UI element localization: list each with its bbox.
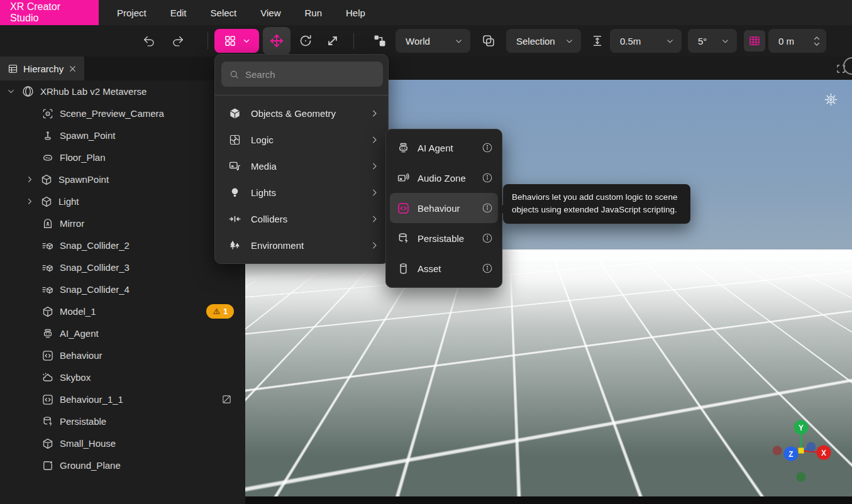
- tree-item[interactable]: Snap_Collider_3: [0, 256, 245, 278]
- submenu-ai-agent[interactable]: AI Agent: [390, 133, 498, 163]
- category-objects-geometry[interactable]: Objects & Geometry: [215, 100, 388, 126]
- chevron-right-icon[interactable]: [25, 197, 35, 206]
- cylinder-icon: [396, 262, 410, 275]
- category-list: Objects & Geometry Logic Media Lights Co: [215, 100, 388, 258]
- tree-item[interactable]: Scene_Preview_Camera: [0, 102, 245, 124]
- tree-item[interactable]: Ground_Plane: [0, 454, 245, 476]
- info-icon[interactable]: [482, 142, 493, 153]
- warning-count: 1: [223, 307, 228, 316]
- chevron-down-icon[interactable]: [6, 87, 16, 96]
- height-value-stepper[interactable]: 0 m: [768, 29, 826, 53]
- space-dropdown[interactable]: World: [396, 29, 470, 53]
- search-input[interactable]: [245, 69, 375, 80]
- tree-item-behaviour-1-1[interactable]: Behaviour_1_1: [0, 388, 245, 410]
- snap-collider-icon: [41, 239, 54, 252]
- tree-item[interactable]: Mirror: [0, 212, 245, 234]
- tab-hierarchy[interactable]: Hierarchy: [0, 57, 84, 80]
- media-icon: [228, 160, 241, 173]
- submenu-audio-zone[interactable]: Audio Zone: [390, 163, 498, 193]
- category-lights[interactable]: Lights: [215, 179, 388, 205]
- rotate-snap-value: 5°: [698, 36, 707, 47]
- info-icon[interactable]: [482, 202, 493, 214]
- chevron-down-icon: [243, 37, 250, 45]
- move-snap-dropdown[interactable]: 0.5m: [610, 29, 682, 53]
- info-icon[interactable]: [482, 172, 493, 184]
- toolbar-divider: [353, 33, 354, 49]
- tree-item-root[interactable]: XRhub Lab v2 Metaverse: [0, 80, 245, 102]
- tree-item[interactable]: Light: [0, 190, 245, 212]
- grid-snap-button[interactable]: [744, 30, 765, 52]
- chevron-right-icon: [370, 188, 379, 197]
- category-colliders[interactable]: Colliders: [215, 205, 388, 232]
- category-media[interactable]: Media: [215, 153, 388, 179]
- info-icon[interactable]: [482, 233, 493, 244]
- fly-label: Fly: [347, 476, 358, 486]
- category-environment[interactable]: Environment: [215, 232, 388, 258]
- redo-button[interactable]: [170, 33, 186, 48]
- gear-icon[interactable]: [824, 92, 838, 107]
- warning-badge[interactable]: 1: [206, 304, 234, 319]
- menu-project[interactable]: Project: [105, 0, 158, 25]
- panel-tab-row: Hierarchy: [0, 57, 245, 80]
- selection-dropdown[interactable]: Selection: [506, 29, 581, 53]
- pan-hint: Pan: [295, 474, 323, 488]
- tree-item[interactable]: Snap_Collider_2: [0, 234, 245, 256]
- collider-arrows-icon: [228, 212, 241, 226]
- chevron-right-icon[interactable]: [25, 175, 35, 184]
- fly-hint: Fly: [333, 474, 358, 488]
- pivot-toggle-button[interactable]: [367, 27, 392, 55]
- mouse-middle-icon: [295, 474, 304, 488]
- tree-item[interactable]: Persistable: [0, 410, 245, 432]
- stepper-arrows-icon[interactable]: [813, 35, 821, 47]
- undo-button[interactable]: [141, 33, 157, 48]
- viewport-bottom-strip: [245, 496, 852, 504]
- info-icon[interactable]: [482, 263, 493, 274]
- submenu-behaviour[interactable]: Behaviour: [390, 193, 498, 223]
- scale-tool-button[interactable]: [320, 27, 345, 55]
- menu-select[interactable]: Select: [199, 0, 249, 25]
- skybox-cloud-icon: [41, 371, 54, 384]
- gizmo-axis-y[interactable]: Y: [799, 424, 804, 432]
- tree-item[interactable]: Spawn_Point: [0, 124, 245, 146]
- close-icon[interactable]: [69, 65, 77, 73]
- menu-view[interactable]: View: [248, 0, 292, 25]
- height-value: 0 m: [778, 36, 794, 47]
- trees-icon: [228, 239, 241, 252]
- submenu-asset[interactable]: Asset: [390, 253, 498, 283]
- hidden-in-scene-icon[interactable]: [221, 394, 232, 405]
- mirror-icon: [41, 217, 54, 230]
- duplicate-button[interactable]: [476, 27, 501, 55]
- menu-run[interactable]: Run: [293, 0, 335, 25]
- code-icon: [396, 202, 410, 215]
- tree-item[interactable]: Snap_Collider_4: [0, 278, 245, 300]
- orientation-gizmo[interactable]: Y Z X: [768, 419, 834, 488]
- submenu-persistable[interactable]: Persistable: [390, 223, 498, 253]
- menu-edit[interactable]: Edit: [158, 0, 199, 25]
- chevron-right-icon: [370, 241, 379, 250]
- height-snap-button[interactable]: [586, 27, 609, 55]
- add-object-button[interactable]: [214, 29, 259, 53]
- tree-item[interactable]: Small_House: [0, 432, 245, 454]
- navigation-hints: Orbit Pan Fly: [253, 474, 358, 488]
- tree-item[interactable]: Floor_Plan: [0, 146, 245, 168]
- tree-item[interactable]: Skybox: [0, 366, 245, 388]
- gizmo-axis-x[interactable]: X: [821, 449, 826, 457]
- menu-help[interactable]: Help: [334, 0, 377, 25]
- tree-item-model-1[interactable]: Model_1 1: [0, 300, 245, 322]
- hierarchy-panel: Hierarchy XRhub Lab v2 Metaverse Scene_P…: [0, 57, 245, 504]
- search-box[interactable]: [221, 62, 383, 87]
- warning-icon: [213, 307, 221, 315]
- chevron-right-icon: [370, 135, 379, 145]
- rotate-snap-dropdown[interactable]: 5°: [688, 29, 737, 53]
- database-bolt-icon: [396, 232, 410, 245]
- category-logic[interactable]: Logic: [215, 126, 388, 153]
- gizmo-axis-z[interactable]: Z: [788, 450, 793, 459]
- move-tool-button[interactable]: [263, 27, 290, 55]
- tree-item[interactable]: Behaviour: [0, 344, 245, 366]
- rotate-tool-button[interactable]: [293, 27, 318, 55]
- tree-item[interactable]: SpawnPoint: [0, 168, 245, 190]
- app-logo[interactable]: XR Creator Studio: [0, 0, 99, 25]
- menu-items: Project Edit Select View Run Help: [105, 0, 377, 25]
- tree-item[interactable]: AI_Agent: [0, 322, 245, 344]
- audio-zone-icon: [396, 172, 410, 185]
